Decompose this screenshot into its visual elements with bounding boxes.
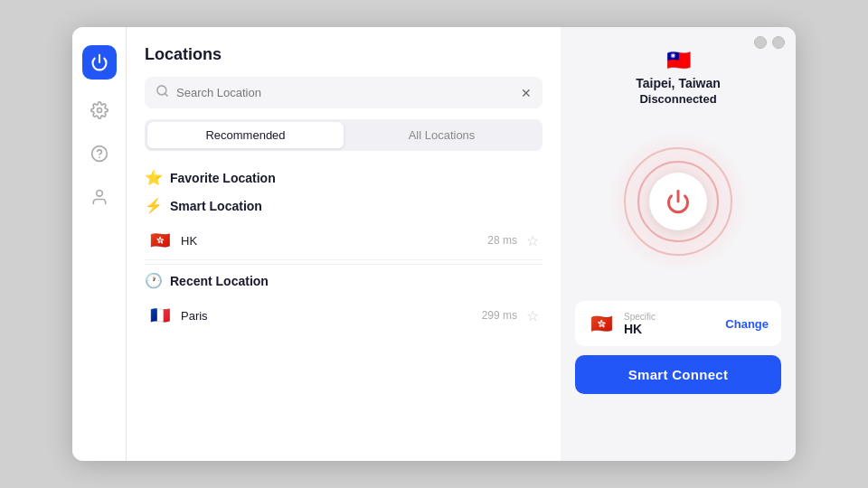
current-server-label: Specific (624, 312, 725, 322)
paris-star-icon[interactable]: ☆ (526, 307, 539, 324)
status-flag: 🇹🇼 (666, 49, 691, 72)
main-panel: Locations ✕ Recommended All Locations ⭐ … (127, 27, 561, 461)
sidebar-help-icon[interactable] (87, 141, 112, 166)
connect-button[interactable]: Smart Connect (575, 355, 781, 394)
change-server-button[interactable]: Change (725, 317, 769, 331)
recent-icon: 🕐 (145, 272, 163, 289)
tab-bar: Recommended All Locations (145, 119, 542, 151)
svg-line-6 (165, 93, 167, 96)
clear-search-icon[interactable]: ✕ (521, 86, 532, 100)
current-server-text: Specific HK (624, 312, 725, 336)
search-icon (156, 84, 169, 101)
tab-all-locations[interactable]: All Locations (344, 122, 540, 148)
right-panel: 🇹🇼 Taipei, Taiwan Disconnected 🇭🇰 Specif… (561, 27, 796, 461)
paris-flag: 🇫🇷 (148, 304, 172, 327)
svg-point-4 (96, 191, 102, 197)
section-favorite: ⭐ Favorite Location (145, 169, 542, 186)
paris-name: Paris (181, 309, 482, 323)
search-bar: ✕ (145, 77, 542, 108)
sidebar (72, 27, 127, 461)
hk-flag: 🇭🇰 (148, 229, 172, 252)
window-minimize[interactable] (754, 36, 767, 49)
hk-latency: 28 ms (487, 234, 517, 247)
current-server-info: 🇭🇰 Specific HK Change (575, 301, 781, 346)
sidebar-settings-icon[interactable] (87, 98, 112, 123)
section-favorite-title: Favorite Location (170, 171, 276, 185)
divider (145, 264, 542, 265)
section-smart: ⚡ Smart Location (145, 197, 542, 214)
smart-icon: ⚡ (145, 197, 163, 214)
paris-latency: 299 ms (482, 309, 517, 322)
panel-title: Locations (145, 45, 542, 64)
location-item-paris[interactable]: 🇫🇷 Paris 299 ms ☆ (145, 296, 542, 334)
section-recent: 🕐 Recent Location (145, 272, 542, 289)
svg-point-1 (97, 108, 101, 113)
current-server-flag: 🇭🇰 (588, 310, 615, 337)
status-location: Taipei, Taiwan (636, 76, 721, 90)
status-area: 🇹🇼 Taipei, Taiwan Disconnected (636, 49, 721, 106)
section-smart-title: Smart Location (170, 199, 262, 213)
window-maximize[interactable] (772, 36, 785, 49)
sidebar-account-icon[interactable] (87, 184, 112, 210)
tab-recommended[interactable]: Recommended (147, 122, 344, 148)
power-button[interactable] (649, 173, 707, 230)
location-item-hk[interactable]: 🇭🇰 HK 28 ms ☆ (145, 221, 542, 260)
status-text: Disconnected (639, 92, 716, 106)
power-visual (597, 120, 760, 283)
app-window: Locations ✕ Recommended All Locations ⭐ … (72, 27, 796, 461)
window-controls (754, 36, 785, 49)
search-input[interactable] (176, 86, 514, 99)
favorite-icon: ⭐ (145, 169, 163, 186)
hk-star-icon[interactable]: ☆ (526, 232, 539, 249)
sidebar-power-button[interactable] (82, 45, 117, 80)
hk-name: HK (181, 234, 487, 248)
current-server-value: HK (624, 322, 725, 336)
section-recent-title: Recent Location (170, 274, 269, 288)
